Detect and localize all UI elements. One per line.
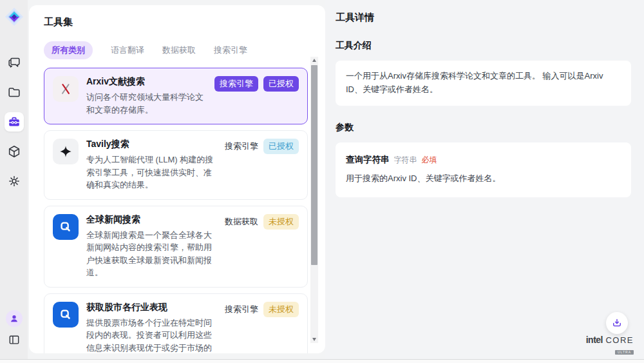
scrollbar-thumb[interactable] [311, 65, 317, 265]
tool-desc: 全球新闻搜索是一个聚合全球各大新闻网站内容的搜索引擎，帮助用户快速获取全球最新资… [86, 229, 217, 279]
app-logo-gem-icon[interactable] [4, 6, 24, 27]
page-title: 工具集 [44, 16, 325, 28]
tab-data-fetch[interactable]: 数据获取 [162, 44, 196, 56]
param-name: 查询字符串 [346, 153, 390, 167]
cube-icon [7, 144, 21, 159]
tool-card-global-news[interactable]: 全球新闻搜索 全球新闻搜索是一个聚合全球各大新闻网站内容的搜索引擎，帮助用户快速… [44, 206, 308, 288]
tool-desc: 访问各个研究领域大量科学论文和文章的存储库。 [86, 91, 207, 116]
scroll-up-arrow-icon[interactable] [312, 59, 316, 62]
tool-card-list: Arxiv文献搜索 访问各个研究领域大量科学论文和文章的存储库。 搜索引擎 已授… [44, 68, 308, 353]
auth-status-badge: 未授权 [263, 302, 299, 317]
auth-status-badge: 已授权 [263, 139, 299, 154]
param-card: 查询字符串 字符串 必填 用于搜索的Arxiv ID、关键字或作者姓名。 [336, 142, 631, 197]
sidebar-item-packages[interactable] [5, 142, 24, 161]
sidebar-item-settings[interactable] [5, 172, 24, 191]
tool-card-arxiv[interactable]: Arxiv文献搜索 访问各个研究领域大量科学论文和文章的存储库。 搜索引擎 已授… [44, 68, 308, 124]
arxiv-logo-icon [53, 76, 79, 102]
toolbox-icon [7, 115, 21, 129]
icon-sidebar [0, 0, 28, 363]
intro-heading: 工具介绍 [336, 40, 631, 52]
chat-icon [7, 55, 21, 70]
tab-search-engine[interactable]: 搜索引擎 [214, 44, 247, 56]
sidebar-item-chat[interactable] [5, 53, 24, 72]
param-desc: 用于搜索的Arxiv ID、关键字或作者姓名。 [346, 172, 621, 186]
q-search-icon [53, 214, 79, 240]
scroll-down-arrow-icon[interactable] [312, 338, 316, 341]
download-icon [611, 317, 623, 329]
param-type: 字符串 [394, 154, 417, 166]
core-wordmark: core [605, 335, 634, 345]
category-badge: 搜索引擎 [214, 76, 258, 92]
param-required-flag: 必填 [422, 154, 437, 166]
tab-translation[interactable]: 语言翻译 [111, 44, 144, 56]
person-icon [9, 313, 19, 324]
params-heading: 参数 [336, 122, 631, 133]
gear-icon [7, 174, 21, 188]
category-label: 搜索引擎 [225, 139, 258, 154]
tool-card-sector-performance[interactable]: 获取股市各行业表现 提供股票市场各个行业在特定时间段内的表现。投资者可以利用这些… [44, 293, 308, 354]
tool-desc: 专为人工智能代理 (LLM) 构建的搜索引擎工具，可快速提供实时、准确和真实的结… [86, 153, 217, 191]
sidebar-item-tools[interactable] [5, 112, 24, 132]
tool-name: 全球新闻搜索 [86, 214, 217, 226]
q-search-icon [53, 302, 79, 328]
collapse-sidebar-icon[interactable] [8, 333, 21, 346]
download-button[interactable] [606, 312, 628, 334]
tool-card-tavily[interactable]: Tavily搜索 专为人工智能代理 (LLM) 构建的搜索引擎工具，可快速提供实… [44, 130, 308, 200]
folder-icon [7, 85, 21, 99]
category-label: 数据获取 [225, 214, 258, 230]
tab-all-categories[interactable]: 所有类别 [44, 41, 93, 59]
tool-desc: 提供股票市场各个行业在特定时间段内的表现。投资者可以利用这些信息来识别表现优于或… [86, 317, 217, 354]
sparkle-icon [53, 139, 79, 164]
tool-name: 获取股市各行业表现 [86, 302, 217, 313]
tool-list-panel: 工具集 所有类别 语言翻译 数据获取 搜索引擎 Arxiv文献搜索 访问各个研究… [29, 5, 325, 353]
detail-title: 工具详情 [336, 12, 631, 24]
window-bottom-edge [0, 359, 644, 363]
tool-detail-panel: 工具详情 工具介绍 一个用于从Arxiv存储库搜索科学论文和文章的工具。 输入可… [325, 0, 644, 363]
category-tabs: 所有类别 语言翻译 数据获取 搜索引擎 [44, 41, 325, 59]
tool-name: Tavily搜索 [86, 139, 217, 150]
tool-name: Arxiv文献搜索 [86, 76, 207, 88]
auth-status-badge: 已授权 [263, 76, 299, 92]
intel-wordmark: intel [586, 335, 603, 345]
app-window: 工具集 所有类别 语言翻译 数据获取 搜索引擎 Arxiv文献搜索 访问各个研究… [0, 0, 644, 363]
intro-card: 一个用于从Arxiv存储库搜索科学论文和文章的工具。 输入可以是Arxiv ID… [336, 61, 631, 106]
user-avatar[interactable] [6, 310, 23, 327]
ultra-badge: ULTRA [615, 350, 634, 355]
intel-core-logo: intel core ULTRA [586, 335, 634, 355]
category-label: 搜索引擎 [225, 302, 258, 317]
list-scrollbar[interactable] [310, 57, 318, 343]
auth-status-badge: 未授权 [263, 214, 299, 230]
sidebar-item-files[interactable] [5, 83, 24, 102]
